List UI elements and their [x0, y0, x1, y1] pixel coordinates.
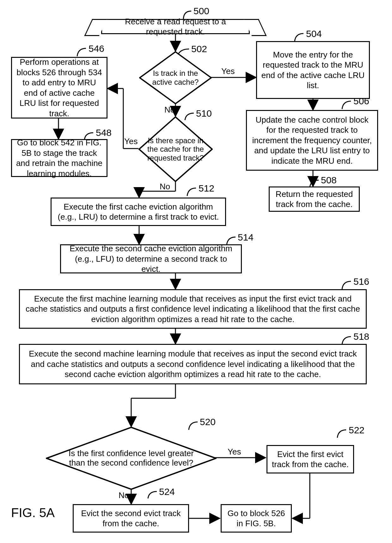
node-510-decision: Is there space in the cache for the requ… — [138, 116, 213, 182]
node-520-decision: Is the first confidence level greater th… — [46, 427, 217, 490]
ref-522: 522 — [349, 425, 364, 436]
node-514-text: Execute the second cache eviction algori… — [65, 243, 237, 274]
ref-524: 524 — [159, 486, 175, 497]
node-546-text: Perform operations at blocks 526 through… — [16, 57, 103, 119]
ref-508: 508 — [321, 175, 337, 186]
ref-520: 520 — [200, 417, 216, 427]
node-508-text: Return the requested track from the cach… — [273, 189, 355, 210]
node-516: Execute the first machine learning modul… — [19, 289, 367, 329]
ref-504: 504 — [306, 28, 322, 39]
ref-512: 512 — [199, 183, 214, 194]
node-510-text: Is there space in the cache for the requ… — [138, 116, 213, 182]
node-524-text: Evict the second evict track from the ca… — [77, 508, 184, 529]
node-522: Evict the first evict track from the cac… — [266, 445, 354, 473]
edge-520-yes: Yes — [228, 447, 241, 457]
edge-520-no: No — [119, 491, 129, 500]
ref-548: 548 — [96, 127, 112, 138]
node-512: Execute the first cache eviction algorit… — [51, 198, 226, 226]
edge-510-yes: Yes — [124, 137, 138, 146]
ref-506: 506 — [353, 96, 369, 107]
ref-514: 514 — [238, 232, 254, 243]
node-514: Execute the second cache eviction algori… — [60, 244, 242, 273]
ref-502: 502 — [191, 44, 207, 54]
node-522-text: Evict the first evict track from the cac… — [271, 449, 349, 470]
node-506-text: Update the cache control block for the r… — [251, 115, 373, 166]
node-502-decision: Is track in the active cache? — [139, 51, 212, 104]
node-500-terminator: Receive a read request to a requested tr… — [101, 19, 250, 34]
edge-502-no: No — [164, 105, 175, 115]
node-526-link-text: Go to block 526 in FIG. 5B. — [225, 508, 287, 529]
node-520-text: Is the first confidence level greater th… — [46, 427, 217, 490]
edge-510-no: No — [160, 182, 170, 192]
ref-510: 510 — [196, 108, 212, 119]
node-502-text: Is track in the active cache? — [139, 51, 212, 104]
node-506: Update the cache control block for the r… — [246, 110, 378, 171]
node-516-text: Execute the first machine learning modul… — [24, 294, 362, 325]
node-548: Go to block 542 in FIG. 5B to stage the … — [11, 139, 107, 177]
ref-518: 518 — [353, 331, 369, 342]
node-500-text: Receive a read request to a requested tr… — [117, 16, 234, 37]
node-504: Move the entry for the requested track t… — [256, 41, 370, 99]
edge-502-yes: Yes — [221, 66, 235, 76]
node-512-text: Execute the first cache eviction algorit… — [55, 202, 221, 222]
ref-546: 546 — [89, 43, 104, 54]
ref-516: 516 — [353, 276, 369, 287]
node-548-text: Go to block 542 in FIG. 5B to stage the … — [16, 137, 103, 179]
node-518-text: Execute the second machine learning modu… — [24, 349, 362, 380]
node-518: Execute the second machine learning modu… — [19, 344, 367, 384]
figure-label: FIG. 5A — [11, 506, 55, 520]
node-546: Perform operations at blocks 526 through… — [11, 57, 107, 119]
ref-500: 500 — [193, 6, 209, 16]
node-504-text: Move the entry for the requested track t… — [261, 50, 365, 91]
node-508: Return the requested track from the cach… — [269, 186, 360, 212]
node-526-link: Go to block 526 in FIG. 5B. — [221, 504, 292, 533]
node-524: Evict the second evict track from the ca… — [73, 504, 189, 533]
